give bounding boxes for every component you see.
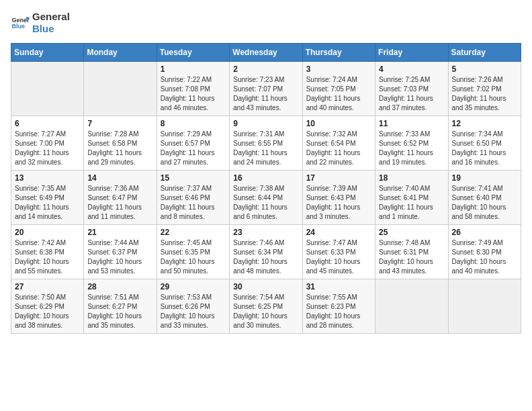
- day-info: Sunrise: 7:45 AMSunset: 6:35 PMDaylight:…: [161, 238, 226, 276]
- day-info: Sunrise: 7:38 AMSunset: 6:44 PMDaylight:…: [233, 184, 298, 222]
- calendar-cell: 27Sunrise: 7:50 AMSunset: 6:29 PMDayligh…: [11, 279, 84, 334]
- calendar-body: 1Sunrise: 7:22 AMSunset: 7:08 PMDaylight…: [11, 62, 521, 334]
- day-info: Sunrise: 7:41 AMSunset: 6:40 PMDaylight:…: [452, 184, 517, 222]
- weekday-header-wednesday: Wednesday: [230, 44, 302, 62]
- day-info: Sunrise: 7:55 AMSunset: 6:23 PMDaylight:…: [306, 293, 371, 330]
- day-number: 12: [452, 119, 517, 128]
- calendar-cell: 4Sunrise: 7:25 AMSunset: 7:03 PMDaylight…: [375, 62, 448, 116]
- day-number: 22: [161, 228, 226, 237]
- weekday-header-row: SundayMondayTuesdayWednesdayThursdayFrid…: [11, 44, 521, 62]
- day-number: 14: [87, 173, 152, 183]
- weekday-header-friday: Friday: [375, 44, 448, 62]
- day-info: Sunrise: 7:44 AMSunset: 6:37 PMDaylight:…: [87, 238, 152, 276]
- calendar-cell: 19Sunrise: 7:41 AMSunset: 6:40 PMDayligh…: [448, 171, 521, 225]
- day-number: 16: [233, 173, 298, 183]
- day-number: 17: [306, 173, 371, 183]
- day-number: 7: [87, 119, 152, 128]
- svg-text:Blue: Blue: [11, 23, 25, 30]
- day-info: Sunrise: 7:37 AMSunset: 6:46 PMDaylight:…: [161, 184, 226, 222]
- calendar-cell: 25Sunrise: 7:48 AMSunset: 6:31 PMDayligh…: [375, 225, 448, 279]
- calendar-cell: 13Sunrise: 7:35 AMSunset: 6:49 PMDayligh…: [11, 171, 84, 225]
- day-number: 25: [379, 228, 444, 237]
- calendar-cell: [448, 279, 521, 334]
- day-info: Sunrise: 7:31 AMSunset: 6:55 PMDaylight:…: [233, 130, 298, 167]
- day-info: Sunrise: 7:40 AMSunset: 6:41 PMDaylight:…: [379, 184, 444, 222]
- logo-text-general: General: [32, 11, 70, 23]
- day-number: 28: [87, 282, 152, 291]
- logo-icon: General Blue: [11, 13, 30, 32]
- day-info: Sunrise: 7:48 AMSunset: 6:31 PMDaylight:…: [379, 238, 444, 276]
- calendar-week-2: 6Sunrise: 7:27 AMSunset: 7:00 PMDaylight…: [11, 116, 521, 171]
- calendar-cell: 17Sunrise: 7:39 AMSunset: 6:43 PMDayligh…: [302, 171, 375, 225]
- weekday-header-thursday: Thursday: [302, 44, 375, 62]
- day-info: Sunrise: 7:22 AMSunset: 7:08 PMDaylight:…: [161, 75, 226, 113]
- calendar-cell: 1Sunrise: 7:22 AMSunset: 7:08 PMDaylight…: [157, 62, 229, 116]
- weekday-header-saturday: Saturday: [448, 44, 521, 62]
- calendar-header: SundayMondayTuesdayWednesdayThursdayFrid…: [11, 44, 521, 62]
- day-info: Sunrise: 7:54 AMSunset: 6:25 PMDaylight:…: [233, 293, 298, 330]
- day-number: 26: [452, 228, 517, 237]
- day-number: 15: [161, 173, 226, 183]
- day-number: 20: [15, 228, 80, 237]
- day-info: Sunrise: 7:53 AMSunset: 6:26 PMDaylight:…: [161, 293, 226, 330]
- calendar-week-1: 1Sunrise: 7:22 AMSunset: 7:08 PMDaylight…: [11, 62, 521, 116]
- day-info: Sunrise: 7:27 AMSunset: 7:00 PMDaylight:…: [15, 130, 80, 167]
- calendar-table: SundayMondayTuesdayWednesdayThursdayFrid…: [11, 43, 521, 334]
- calendar-week-3: 13Sunrise: 7:35 AMSunset: 6:49 PMDayligh…: [11, 171, 521, 225]
- calendar-cell: 28Sunrise: 7:51 AMSunset: 6:27 PMDayligh…: [84, 279, 157, 334]
- calendar-cell: [375, 279, 448, 334]
- day-info: Sunrise: 7:42 AMSunset: 6:38 PMDaylight:…: [15, 238, 80, 276]
- calendar-cell: 3Sunrise: 7:24 AMSunset: 7:05 PMDaylight…: [302, 62, 375, 116]
- day-info: Sunrise: 7:29 AMSunset: 6:57 PMDaylight:…: [161, 130, 226, 167]
- calendar-cell: 30Sunrise: 7:54 AMSunset: 6:25 PMDayligh…: [230, 279, 302, 334]
- day-info: Sunrise: 7:34 AMSunset: 6:50 PMDaylight:…: [452, 130, 517, 167]
- day-number: 4: [379, 64, 444, 74]
- day-number: 13: [15, 173, 80, 183]
- day-number: 10: [306, 119, 371, 128]
- calendar-week-5: 27Sunrise: 7:50 AMSunset: 6:29 PMDayligh…: [11, 279, 521, 334]
- day-number: 31: [306, 282, 371, 291]
- day-number: 19: [452, 173, 517, 183]
- calendar-cell: 12Sunrise: 7:34 AMSunset: 6:50 PMDayligh…: [448, 116, 521, 171]
- day-info: Sunrise: 7:32 AMSunset: 6:54 PMDaylight:…: [306, 130, 371, 167]
- calendar-cell: 18Sunrise: 7:40 AMSunset: 6:41 PMDayligh…: [375, 171, 448, 225]
- weekday-header-monday: Monday: [84, 44, 157, 62]
- day-number: 9: [233, 119, 298, 128]
- weekday-header-sunday: Sunday: [11, 44, 84, 62]
- day-info: Sunrise: 7:46 AMSunset: 6:34 PMDaylight:…: [233, 238, 298, 276]
- calendar-cell: 9Sunrise: 7:31 AMSunset: 6:55 PMDaylight…: [230, 116, 302, 171]
- calendar-cell: 5Sunrise: 7:26 AMSunset: 7:02 PMDaylight…: [448, 62, 521, 116]
- calendar-cell: 7Sunrise: 7:28 AMSunset: 6:58 PMDaylight…: [84, 116, 157, 171]
- calendar-cell: 2Sunrise: 7:23 AMSunset: 7:07 PMDaylight…: [230, 62, 302, 116]
- day-info: Sunrise: 7:51 AMSunset: 6:27 PMDaylight:…: [87, 293, 152, 330]
- day-number: 6: [15, 119, 80, 128]
- calendar-cell: 23Sunrise: 7:46 AMSunset: 6:34 PMDayligh…: [230, 225, 302, 279]
- calendar-cell: 22Sunrise: 7:45 AMSunset: 6:35 PMDayligh…: [157, 225, 229, 279]
- calendar-cell: 8Sunrise: 7:29 AMSunset: 6:57 PMDaylight…: [157, 116, 229, 171]
- day-info: Sunrise: 7:49 AMSunset: 6:30 PMDaylight:…: [452, 238, 517, 276]
- calendar-cell: 6Sunrise: 7:27 AMSunset: 7:00 PMDaylight…: [11, 116, 84, 171]
- day-info: Sunrise: 7:35 AMSunset: 6:49 PMDaylight:…: [15, 184, 80, 222]
- day-number: 1: [161, 64, 226, 74]
- page-header: General Blue General Blue: [11, 11, 521, 35]
- day-number: 2: [233, 64, 298, 74]
- day-info: Sunrise: 7:36 AMSunset: 6:47 PMDaylight:…: [87, 184, 152, 222]
- day-number: 18: [379, 173, 444, 183]
- day-number: 24: [306, 228, 371, 237]
- day-info: Sunrise: 7:33 AMSunset: 6:52 PMDaylight:…: [379, 130, 444, 167]
- calendar-cell: 15Sunrise: 7:37 AMSunset: 6:46 PMDayligh…: [157, 171, 229, 225]
- day-number: 21: [87, 228, 152, 237]
- day-info: Sunrise: 7:24 AMSunset: 7:05 PMDaylight:…: [306, 75, 371, 113]
- day-info: Sunrise: 7:47 AMSunset: 6:33 PMDaylight:…: [306, 238, 371, 276]
- day-info: Sunrise: 7:23 AMSunset: 7:07 PMDaylight:…: [233, 75, 298, 113]
- day-number: 5: [452, 64, 517, 74]
- day-info: Sunrise: 7:28 AMSunset: 6:58 PMDaylight:…: [87, 130, 152, 167]
- logo-text-blue: Blue: [32, 23, 70, 35]
- day-number: 27: [15, 282, 80, 291]
- day-number: 8: [161, 119, 226, 128]
- day-info: Sunrise: 7:25 AMSunset: 7:03 PMDaylight:…: [379, 75, 444, 113]
- calendar-cell: [84, 62, 157, 116]
- calendar-cell: 26Sunrise: 7:49 AMSunset: 6:30 PMDayligh…: [448, 225, 521, 279]
- day-number: 23: [233, 228, 298, 237]
- day-info: Sunrise: 7:50 AMSunset: 6:29 PMDaylight:…: [15, 293, 80, 330]
